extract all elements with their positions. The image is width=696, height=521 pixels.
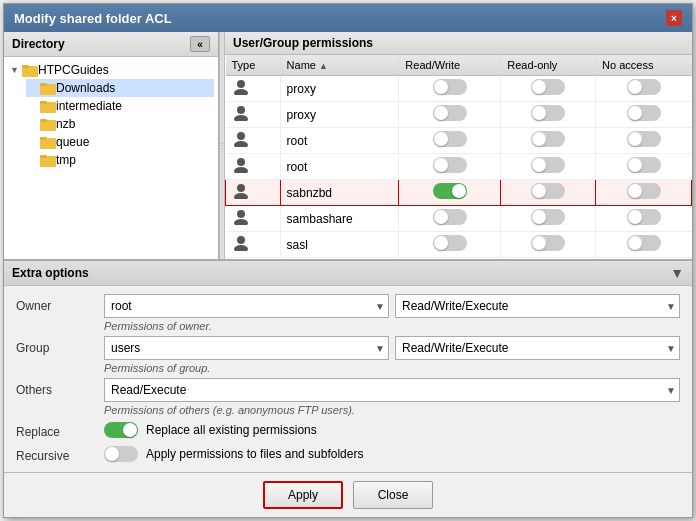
cell-type [226,206,281,232]
cell-rw[interactable] [399,180,501,206]
rw-toggle[interactable] [433,235,467,251]
cell-na[interactable] [596,102,692,128]
ro-toggle[interactable] [531,131,565,147]
col-na[interactable]: No access [596,55,692,76]
others-select[interactable]: Read/Execute [104,378,680,402]
permissions-table-wrapper[interactable]: Type Name▲ Read/Write Read-only No acces… [225,55,692,259]
tree-item-intermediate[interactable]: intermediate [26,97,214,115]
cell-na[interactable] [596,128,692,154]
cell-ro[interactable] [501,206,596,232]
na-toggle[interactable] [627,209,661,225]
extra-options-header: Extra options ▼ [4,261,692,286]
cell-name: sabnzbd [280,180,399,206]
na-toggle[interactable] [627,105,661,121]
ro-toggle[interactable] [531,105,565,121]
cell-ro[interactable] [501,232,596,258]
table-row: proxy [226,76,692,102]
tree-item-queue[interactable]: queue [26,133,214,151]
cell-rw[interactable] [399,258,501,260]
apply-button[interactable]: Apply [263,481,343,509]
cell-name: proxy [280,76,399,102]
cell-ro[interactable] [501,128,596,154]
rw-toggle[interactable] [433,79,467,95]
close-icon[interactable]: × [666,10,682,26]
extra-options-toggle[interactable]: ▼ [670,265,684,281]
cell-name: root [280,154,399,180]
col-name[interactable]: Name▲ [280,55,399,76]
cell-type [226,76,281,102]
replace-toggle[interactable] [104,422,138,438]
na-toggle[interactable] [627,183,661,199]
cell-ro[interactable] [501,180,596,206]
owner-label: Owner [16,294,96,313]
main-content: Directory « ▼ HTPCGuides [4,32,692,517]
na-toggle[interactable] [627,79,661,95]
dialog: Modify shared folder ACL × Directory « ▼ [3,3,693,518]
cell-na[interactable] [596,154,692,180]
cell-rw[interactable] [399,128,501,154]
svg-point-23 [234,219,248,225]
cell-ro[interactable] [501,76,596,102]
user-icon [232,157,250,173]
cell-rw[interactable] [399,154,501,180]
cell-na[interactable] [596,180,692,206]
ro-toggle[interactable] [531,209,565,225]
tree-item-root[interactable]: ▼ HTPCGuides [8,61,214,79]
ro-toggle[interactable] [531,183,565,199]
rw-toggle[interactable] [433,131,467,147]
dialog-title: Modify shared folder ACL [14,11,172,26]
cell-ro[interactable] [501,102,596,128]
rw-toggle[interactable] [433,209,467,225]
na-toggle[interactable] [627,157,661,173]
svg-point-17 [234,141,248,147]
ro-toggle[interactable] [531,79,565,95]
group-select[interactable]: users [104,336,389,360]
table-row: sasl [226,232,692,258]
tree-item-downloads[interactable]: Downloads [26,79,214,97]
svg-point-22 [237,210,245,218]
cell-name: sambashare [280,206,399,232]
cell-na[interactable] [596,232,692,258]
rw-toggle[interactable] [433,105,467,121]
directory-tree: ▼ HTPCGuides [4,57,218,259]
directory-collapse-button[interactable]: « [190,36,210,52]
cell-rw[interactable] [399,232,501,258]
cell-na[interactable] [596,76,692,102]
na-toggle[interactable] [627,235,661,251]
group-perm-select[interactable]: Read/Write/Execute [395,336,680,360]
svg-point-13 [234,89,248,95]
others-select-wrapper: Read/Execute ▼ [104,378,680,402]
others-label: Others [16,378,96,397]
tree-item-nzb[interactable]: nzb [26,115,214,133]
cell-na[interactable] [596,206,692,232]
cell-ro[interactable] [501,258,596,260]
close-button[interactable]: Close [353,481,433,509]
group-perm-select-wrapper: Read/Write/Execute ▼ [395,336,680,360]
col-type[interactable]: Type [226,55,281,76]
cell-rw[interactable] [399,76,501,102]
rw-toggle[interactable] [433,157,467,173]
ro-toggle[interactable] [531,157,565,173]
svg-point-19 [234,167,248,173]
col-ro[interactable]: Read-only [501,55,596,76]
others-field-group: Read/Execute ▼ Permissions of others (e.… [104,378,680,416]
owner-select[interactable]: root [104,294,389,318]
cell-ro[interactable] [501,154,596,180]
owner-perm-select[interactable]: Read/Write/Execute [395,294,680,318]
svg-point-18 [237,158,245,166]
tree-item-tmp[interactable]: tmp [26,151,214,169]
na-toggle[interactable] [627,131,661,147]
cell-na[interactable] [596,258,692,260]
col-rw[interactable]: Read/Write [399,55,501,76]
cell-rw[interactable] [399,102,501,128]
recursive-toggle[interactable] [104,446,138,462]
rw-toggle[interactable] [433,183,467,199]
svg-point-24 [237,236,245,244]
recursive-text: Apply permissions to files and subfolder… [146,447,363,461]
group-field-group: users ▼ Read/Write/Execute ▼ Permissions… [104,336,680,374]
table-row: scanner [226,258,692,260]
top-panel: Directory « ▼ HTPCGuides [4,32,692,260]
ro-toggle[interactable] [531,235,565,251]
cell-rw[interactable] [399,206,501,232]
replace-row: Replace all existing permissions [104,420,680,440]
